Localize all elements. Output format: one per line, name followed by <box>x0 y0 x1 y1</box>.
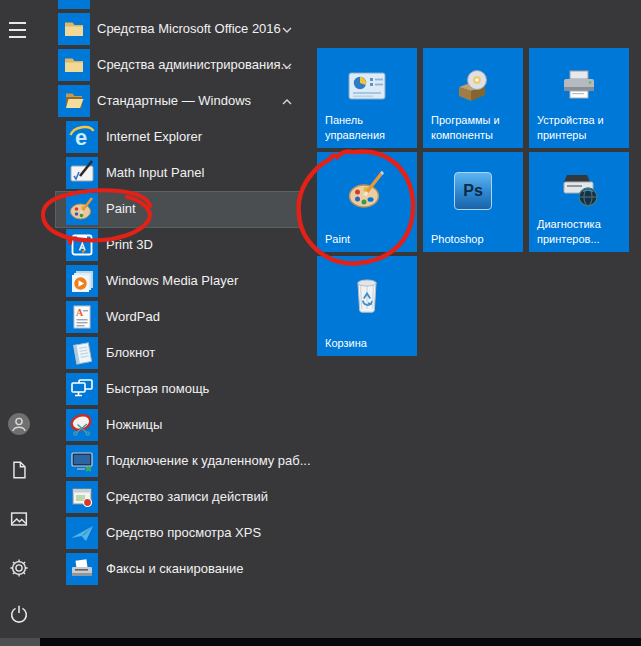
app-list-item-xps-viewer[interactable]: Средство просмотра XPS <box>0 515 312 551</box>
app-list-item-paint[interactable]: Paint <box>0 191 312 227</box>
photoshop-badge: Ps <box>454 172 492 210</box>
app-list-item-office-tools[interactable]: Средства Microsoft Office 2016 <box>0 11 312 47</box>
tile-printer-diagnostics[interactable]: Диагностика принтеров... <box>529 152 629 252</box>
app-list-item-remote-desktop[interactable]: Подключение к удаленному раб... <box>0 443 312 479</box>
app-list-item-label: Средство просмотра XPS <box>106 515 261 551</box>
app-list-item-label: Internet Explorer <box>106 119 202 155</box>
app-list-item-admin-tools[interactable]: Средства администрирования... <box>0 47 312 83</box>
paint-icon <box>66 193 98 225</box>
svg-text:A: A <box>76 307 84 318</box>
wordpad-icon: A <box>66 301 98 333</box>
math-input-panel-icon <box>66 157 98 189</box>
app-list-item-label: Math Input Panel <box>106 155 204 191</box>
app-list-item-label: Средства администрирования... <box>97 47 291 83</box>
tile-paint[interactable]: Paint <box>317 152 417 252</box>
printer-diagnostics-icon <box>529 158 629 224</box>
app-list-item-label: Print 3D <box>106 227 153 263</box>
devices-and-printers-icon <box>529 54 629 120</box>
app-list-item-label: Быстрая помощь <box>106 371 209 407</box>
tile-programs-and-features[interactable]: Программы и компоненты <box>423 48 523 148</box>
app-list-item-quick-assist[interactable]: Быстрая помощь <box>0 371 312 407</box>
app-list-item-notepad[interactable]: Блокнот <box>0 335 312 371</box>
app-list: Средства Microsoft Office 2016 Средства … <box>0 0 312 638</box>
photoshop-icon: Ps <box>423 158 523 224</box>
taskbar <box>0 638 641 646</box>
app-list-item-label: Подключение к удаленному раб... <box>106 443 311 479</box>
app-list-item-windows-accessories[interactable]: Стандартные — Windows <box>0 83 312 119</box>
app-list-item-partial[interactable] <box>0 0 312 11</box>
app-list-item-label: Средства Microsoft Office 2016 <box>97 11 281 47</box>
app-list-item-wordpad[interactable]: A WordPad <box>0 299 312 335</box>
tile-label: Корзина <box>325 336 414 351</box>
app-list-item-snipping-tool[interactable]: Ножницы <box>0 407 312 443</box>
tile-label: Paint <box>325 232 414 247</box>
app-list-item-label: Paint <box>106 191 136 227</box>
tile-control-panel[interactable]: Панель управления <box>317 48 417 148</box>
chevron-down-icon <box>281 60 293 72</box>
app-list-item-label: Стандартные — Windows <box>97 83 251 119</box>
app-list-item-fax-and-scan[interactable]: Факсы и сканирование <box>0 551 312 587</box>
tile-recycle-bin[interactable]: Корзина <box>317 256 417 356</box>
tile-label: Диагностика принтеров... <box>537 217 626 247</box>
app-list-item-label: Блокнот <box>106 335 155 371</box>
folder-open-icon <box>58 85 90 117</box>
recycle-bin-icon <box>317 262 417 328</box>
app-list-item-steps-recorder[interactable]: Средство записи действий <box>0 479 312 515</box>
notepad-icon <box>66 337 98 369</box>
app-list-item-math-input-panel[interactable]: Math Input Panel <box>0 155 312 191</box>
internet-explorer-icon: e <box>66 121 98 153</box>
app-list-item-print-3d[interactable]: Print 3D <box>0 227 312 263</box>
paint-icon <box>317 158 417 224</box>
folder-icon <box>58 13 90 45</box>
print-3d-icon <box>66 229 98 261</box>
tile-label: Панель управления <box>325 113 414 143</box>
steps-recorder-icon <box>66 481 98 513</box>
app-list-item-label: WordPad <box>106 299 160 335</box>
windows-media-player-icon <box>66 265 98 297</box>
app-list-item-label: Факсы и сканирование <box>106 551 244 587</box>
tile-label: Программы и компоненты <box>431 113 520 143</box>
folder-icon <box>58 49 90 81</box>
remote-desktop-icon <box>66 445 98 477</box>
app-list-item-windows-media-player[interactable]: Windows Media Player <box>0 263 312 299</box>
quick-assist-icon <box>66 373 98 405</box>
start-menu: Средства Microsoft Office 2016 Средства … <box>0 0 641 646</box>
tile-label: Photoshop <box>431 232 520 247</box>
control-panel-icon <box>317 54 417 120</box>
chevron-up-icon <box>281 96 293 108</box>
xps-viewer-icon <box>66 517 98 549</box>
folder-icon <box>58 0 90 9</box>
chevron-down-icon <box>281 24 293 36</box>
app-list-item-label: Windows Media Player <box>106 263 238 299</box>
snipping-tool-icon <box>66 409 98 441</box>
start-button[interactable] <box>0 638 40 646</box>
tile-photoshop[interactable]: Ps Photoshop <box>423 152 523 252</box>
tile-label: Устройства и принтеры <box>537 113 626 143</box>
app-list-item-label: Ножницы <box>106 407 162 443</box>
app-list-item-internet-explorer[interactable]: e Internet Explorer <box>0 119 312 155</box>
tile-devices-and-printers[interactable]: Устройства и принтеры <box>529 48 629 148</box>
fax-and-scan-icon <box>66 553 98 585</box>
programs-and-features-icon <box>423 54 523 120</box>
app-list-item-label: Средство записи действий <box>106 479 268 515</box>
